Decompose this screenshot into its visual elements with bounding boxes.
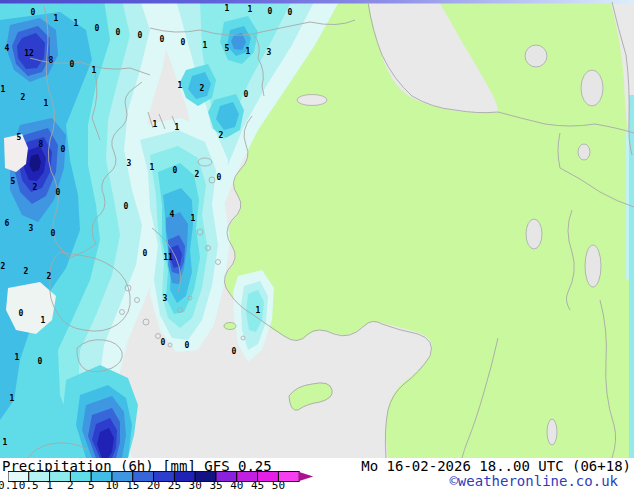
map-value-label: 1 [3,438,8,447]
map-value-label: 0 [143,249,148,258]
map-value-label: 2 [24,267,29,276]
map-value-label: 0 [124,202,129,211]
map-value-label: 0 [56,188,61,197]
map-value-label: 1 [15,353,20,362]
map-value-label: 0 [181,38,186,47]
map-value-label: 0 [232,347,237,356]
map-value-label: 0 [19,309,24,318]
map-value-label: 8 [49,56,54,65]
map-value-label: 1 [203,41,208,50]
forecast-datetime: Mo 16-02-2026 18..00 UTC (06+18) [361,458,631,474]
map-value-label: 1 [153,120,158,129]
map-value-label: 1 [178,81,183,90]
map-value-label: 2 [200,84,205,93]
colorbar-tick: 0.1 [0,479,18,490]
map-value-label: 0 [173,166,178,175]
map-value-label: 1 [41,316,46,325]
map-value-label: 2 [195,170,200,179]
colorbar-tick: 10 [105,479,118,490]
map-value-label: 1 [225,4,230,13]
copyright-link[interactable]: ©weatheronline.co.uk [449,473,618,489]
map-value-label: 0 [268,7,273,16]
map-value-label: 1 [54,14,59,23]
map-value-label: 0 [95,24,100,33]
weather-map-page: 0110000011100412801513121120112580310205… [0,0,634,490]
map-value-label: 1 [246,47,251,56]
colorbar-tick: 5 [88,479,95,490]
map-value-label: 1 [44,99,49,108]
map-value-label: 2 [219,131,224,140]
map-value-label: 0 [244,90,249,99]
colorbar-tick: 1 [46,479,53,490]
map-value-label: 0 [185,341,190,350]
map-value-label: 5 [17,133,22,142]
precipitation-map: 0110000011100412801513121120112580310205… [0,0,634,458]
colorbar-tick: 20 [147,479,160,490]
map-value-label: 2 [1,262,6,271]
map-value-label: 4 [5,44,10,53]
map-value-label: 12 [24,49,34,58]
map-value-label: 0 [138,31,143,40]
colorbar-tick: 35 [209,479,222,490]
map-value-label: 0 [217,173,222,182]
map-value-label: 5 [11,177,16,186]
map-value-label: 0 [161,338,166,347]
map-value-label: 8 [39,140,44,149]
map-value-label: 0 [116,28,121,37]
map-value-label: 1 [248,5,253,14]
colorbar-arrow [299,472,313,481]
map-value-label: 1 [10,394,15,403]
map-value-label: 3 [267,48,272,57]
map-value-label: 1 [92,66,97,75]
map-value-label: 0 [51,229,56,238]
colorbar-tick: 0.5 [19,479,39,490]
map-value-label: 0 [70,60,75,69]
map-value-label: 1 [191,214,196,223]
map-value-label: 11 [163,253,173,262]
map-value-label: 0 [160,35,165,44]
map-value-label: 2 [21,93,26,102]
map-value-label: 2 [47,272,52,281]
map-value-label: 1 [256,306,261,315]
map-value-label: 1 [150,163,155,172]
map-value-label: 0 [38,357,43,366]
map-value-label: 1 [74,19,79,28]
colorbar-tick: 45 [251,479,264,490]
map-value-label: 3 [29,224,34,233]
map-value-label: 0 [61,145,66,154]
map-value-label: 1 [175,123,180,132]
colorbar-tick: 50 [272,479,285,490]
map-value-label: 4 [170,210,175,219]
colorbar-tick: 2 [67,479,74,490]
map-value-label: 3 [163,294,168,303]
map-value-label: 2 [33,183,38,192]
map-value-label: 1 [1,85,6,94]
map-value-label: 0 [31,8,36,17]
map-value-label: 0 [288,8,293,17]
colorbar-tick: 25 [168,479,181,490]
colorbar-tick: 30 [189,479,202,490]
map-value-label: 3 [127,159,132,168]
colorbar-tick: 15 [126,479,139,490]
map-value-label: 5 [225,44,230,53]
colorbar-tick: 40 [230,479,243,490]
map-value-label: 6 [5,219,10,228]
